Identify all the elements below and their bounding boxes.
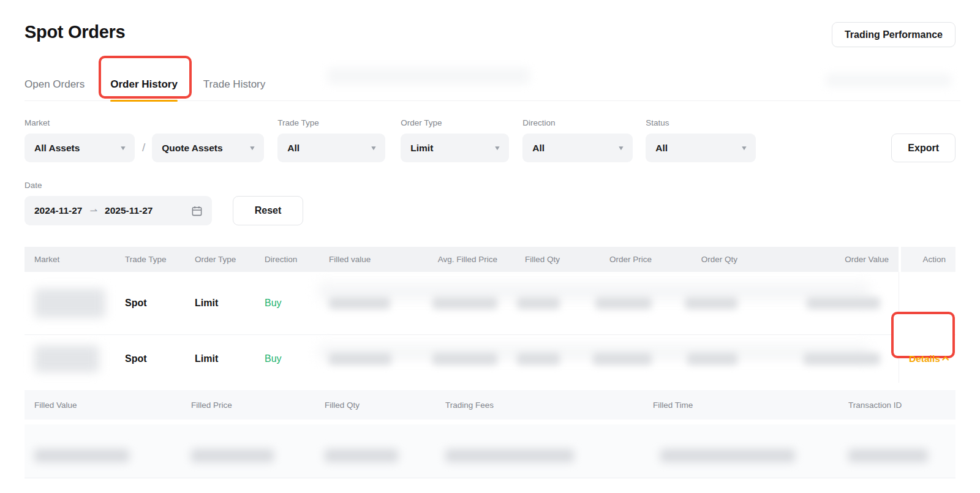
order-type-value: Limit	[185, 353, 255, 364]
details-toggle[interactable]: Details	[909, 353, 952, 364]
trade-type-label: Trade Type	[277, 118, 385, 127]
blurred-value	[595, 297, 652, 309]
filter-date: Date 2024-11-27 ⇀ 2025-11-27	[24, 181, 212, 225]
blurred-value	[191, 449, 274, 462]
col-order-type: Order Type	[185, 247, 255, 272]
filter-order-type: Order Type Limit ▼	[401, 118, 509, 162]
col-filled-qty: Filled Qty	[507, 247, 570, 272]
arrow-right-icon: ⇀	[89, 205, 97, 216]
chevron-down-icon: ▼	[119, 145, 127, 151]
annotation-box-order-history	[99, 56, 192, 99]
col-action: Action	[899, 247, 956, 272]
col-filled-price: Filled Price	[181, 401, 315, 410]
trade-type-value: Spot	[115, 298, 185, 309]
date-filter-row: Date 2024-11-27 ⇀ 2025-11-27 Reset	[24, 181, 956, 225]
blurred-value	[325, 449, 398, 462]
calendar-icon	[191, 205, 203, 217]
col-market: Market	[24, 247, 115, 272]
blurred-value	[432, 353, 497, 365]
blurred-value	[804, 353, 880, 365]
col-order-price: Order Price	[570, 247, 662, 272]
active-tab-underline	[110, 100, 178, 102]
status-label: Status	[646, 118, 756, 127]
direction-label: Direction	[522, 118, 633, 127]
tab-trade-history[interactable]: Trade History	[203, 78, 265, 100]
blurred-value	[34, 345, 99, 372]
chevron-down-icon: ▼	[494, 145, 501, 151]
order-type-value: Limit	[185, 298, 255, 309]
blurred-value	[687, 353, 737, 365]
topbar: Spot Orders Trading Performance	[24, 0, 956, 47]
table-row: Spot Limit Buy Details	[24, 335, 956, 383]
col-transaction-id: Transaction ID	[839, 401, 956, 410]
col-filled-time: Filled Time	[643, 401, 839, 410]
action-cell	[899, 272, 956, 334]
orders-table-header: Market Trade Type Order Type Direction F…	[24, 247, 956, 272]
table-row: Spot Limit Buy	[24, 272, 956, 335]
direction-value: Buy	[255, 298, 319, 309]
blurred-value	[329, 297, 390, 309]
action-cell: Details	[899, 335, 962, 383]
chevron-down-icon: ▼	[741, 145, 748, 151]
filter-direction: Direction All ▼	[522, 118, 633, 162]
details-table-header: Filled Value Filled Price Filled Qty Tra…	[24, 390, 956, 420]
date-label: Date	[24, 181, 212, 190]
trade-type-value: Spot	[115, 353, 185, 364]
col-filled-qty: Filled Qty	[315, 401, 435, 410]
blurred-value	[517, 353, 560, 365]
page-title: Spot Orders	[24, 22, 125, 42]
details-table-row	[24, 424, 956, 478]
col-avg-filled-price: Avg. Filled Price	[423, 247, 507, 272]
blurred-value	[593, 353, 652, 365]
order-type-label: Order Type	[401, 118, 509, 127]
blurred-value	[685, 297, 737, 309]
blurred-value	[445, 449, 574, 462]
blurred-value	[34, 288, 105, 318]
chevron-down-icon: ▼	[249, 145, 256, 151]
blurred-value	[807, 297, 880, 309]
date-range-input[interactable]: 2024-11-27 ⇀ 2025-11-27	[24, 196, 212, 225]
date-to: 2025-11-27	[105, 205, 153, 216]
blurred-value	[660, 449, 795, 462]
pair-separator: /	[142, 141, 145, 154]
order-type-select[interactable]: Limit ▼	[401, 134, 509, 162]
trading-performance-button[interactable]: Trading Performance	[832, 22, 956, 47]
blurred-value	[432, 297, 497, 309]
spot-orders-page: Spot Orders Trading Performance Open Ord…	[0, 0, 980, 493]
blurred-value	[517, 297, 560, 309]
direction-value: Buy	[255, 353, 319, 364]
chevron-up-icon	[942, 356, 949, 363]
col-filled-value: Filled Value	[24, 401, 181, 410]
trade-type-select[interactable]: All ▼	[277, 134, 385, 162]
status-select[interactable]: All ▼	[646, 134, 756, 162]
col-direction: Direction	[255, 247, 319, 272]
col-filled-value: Filled value	[319, 247, 423, 272]
col-trade-type: Trade Type	[115, 247, 185, 272]
blurred-value	[34, 449, 129, 462]
col-order-value: Order Value	[747, 247, 899, 272]
col-trading-fees: Trading Fees	[435, 401, 643, 410]
blurred-value	[848, 449, 928, 462]
blurred-region	[318, 283, 870, 300]
base-asset-select[interactable]: All Assets ▼	[24, 134, 135, 162]
reset-button[interactable]: Reset	[233, 196, 303, 225]
tab-open-orders[interactable]: Open Orders	[24, 78, 85, 100]
filter-status: Status All ▼	[646, 118, 756, 162]
chevron-down-icon: ▼	[370, 145, 377, 151]
blurred-region	[328, 67, 530, 85]
export-button[interactable]: Export	[891, 134, 956, 162]
tab-bar: Open Orders Order History Trade History	[24, 76, 960, 101]
filter-market: Market All Assets ▼	[24, 118, 135, 162]
date-from: 2024-11-27	[34, 205, 82, 216]
blurred-value	[329, 353, 391, 365]
quote-asset-select[interactable]: Quote Assets ▼	[152, 134, 264, 162]
market-label: Market	[24, 118, 135, 127]
blurred-region	[826, 73, 951, 87]
col-order-qty: Order Qty	[662, 247, 747, 272]
direction-select[interactable]: All ▼	[522, 134, 633, 162]
tab-order-history[interactable]: Order History	[110, 78, 178, 100]
chevron-down-icon: ▼	[617, 145, 625, 151]
orders-table: Market Trade Type Order Type Direction F…	[24, 247, 956, 478]
filter-bar: Market All Assets ▼ / Quote Assets ▼ Tra…	[24, 118, 956, 162]
filter-trade-type: Trade Type All ▼	[277, 118, 385, 162]
